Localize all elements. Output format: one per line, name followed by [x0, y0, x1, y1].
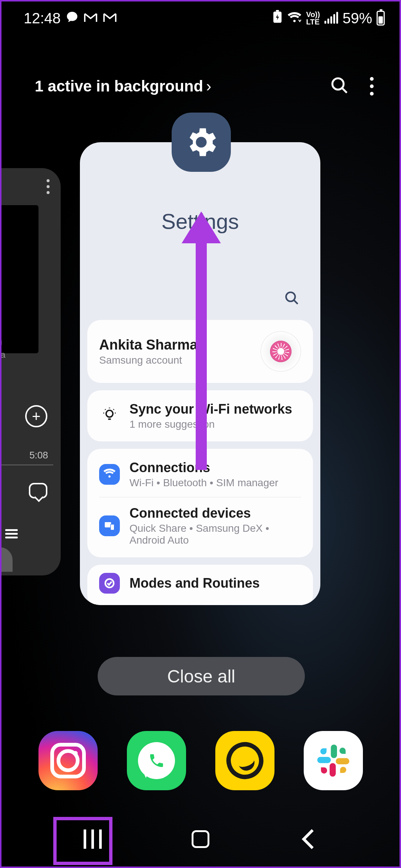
dock-app-basecamp[interactable] — [215, 731, 274, 790]
modes-panel[interactable]: Modes and Routines — [87, 565, 313, 605]
instagram-icon — [50, 743, 86, 778]
wifi-icon — [99, 464, 120, 485]
svg-point-7 — [106, 410, 113, 417]
suggestion-title: Sync your Wi-Fi networks — [129, 401, 301, 417]
track-duration: 5:08 — [29, 450, 48, 461]
svg-rect-9 — [111, 524, 114, 530]
chat-icon — [66, 10, 78, 27]
dock-app-whatsapp[interactable] — [127, 731, 186, 790]
connections-sub: Wi-Fi • Bluetooth • SIM manager — [129, 477, 301, 489]
svg-point-6 — [286, 292, 295, 301]
svg-rect-1 — [276, 10, 279, 11]
battery-saver-icon — [272, 10, 283, 27]
svg-rect-8 — [105, 522, 111, 527]
status-left: 12:48 — [24, 10, 117, 27]
donut-icon — [270, 341, 292, 362]
annotation-highlight-box — [53, 817, 112, 865]
album-art — [0, 205, 38, 353]
gmail-icon-2 — [103, 10, 117, 27]
settings-search-icon[interactable] — [284, 290, 300, 307]
nav-home-button[interactable] — [178, 824, 223, 854]
whatsapp-icon — [138, 742, 175, 779]
add-icon[interactable]: + — [25, 405, 47, 427]
svg-rect-12 — [336, 758, 349, 764]
signal-icon — [324, 13, 338, 24]
svg-point-2 — [333, 79, 344, 90]
basecamp-icon — [221, 737, 268, 784]
recent-app-card-music[interactable]: ehan l hatırla + 5:08 H ↗ — [0, 168, 61, 575]
suggestion-sub: 1 more suggestion — [129, 418, 301, 430]
close-all-button[interactable]: Close all — [98, 657, 305, 695]
connections-title: Connections — [129, 460, 301, 475]
pip-button[interactable]: ↗ — [0, 547, 13, 572]
back-icon — [301, 829, 316, 849]
track-title: ehan — [0, 335, 2, 347]
annotation-arrow-up — [196, 233, 207, 470]
search-button[interactable] — [330, 76, 349, 97]
gmail-icon-1 — [84, 10, 98, 27]
close-all-label: Close all — [167, 666, 235, 687]
recents-header: 1 active in background › — [35, 76, 377, 97]
svg-rect-14 — [317, 757, 331, 763]
track-subtitle: l hatırla — [0, 350, 6, 360]
status-bar: 12:48 Vo)) LTE 59% — [1, 1, 400, 35]
background-apps-label[interactable]: 1 active in background — [35, 77, 203, 95]
clock: 12:48 — [24, 10, 61, 27]
more-options-button[interactable] — [366, 76, 377, 97]
lightbulb-icon — [99, 406, 120, 426]
slack-icon — [315, 742, 352, 779]
account-sub: Samsung account — [99, 354, 251, 366]
account-name: Ankita Sharma — [99, 337, 251, 353]
dock — [1, 731, 400, 790]
connected-devices-title: Connected devices — [129, 505, 301, 521]
svg-rect-13 — [330, 763, 336, 777]
svg-rect-11 — [331, 745, 337, 758]
nav-back-button[interactable] — [286, 824, 331, 854]
comment-icon[interactable] — [29, 483, 47, 498]
modes-icon — [99, 573, 120, 594]
more-options-icon[interactable] — [47, 179, 50, 194]
connected-devices-sub: Quick Share • Samsung DeX • Android Auto — [129, 523, 301, 546]
queue-icon[interactable] — [5, 529, 18, 538]
wifi-icon — [287, 10, 302, 27]
app-icon-settings[interactable] — [172, 113, 231, 172]
status-right: Vo)) LTE 59% — [272, 10, 385, 27]
battery-percentage: 59% — [343, 10, 372, 27]
modes-title: Modes and Routines — [129, 575, 301, 591]
account-avatar — [260, 331, 301, 372]
volte-indicator: Vo)) LTE — [306, 11, 320, 26]
dock-app-slack[interactable] — [304, 731, 363, 790]
devices-icon — [99, 515, 120, 536]
chevron-right-icon[interactable]: › — [206, 77, 211, 95]
battery-icon — [377, 11, 385, 26]
progress-bar[interactable] — [0, 464, 53, 465]
connected-devices-row[interactable]: Connected devices Quick Share • Samsung … — [99, 497, 301, 546]
dock-app-instagram[interactable] — [38, 731, 98, 790]
home-icon — [192, 830, 209, 848]
